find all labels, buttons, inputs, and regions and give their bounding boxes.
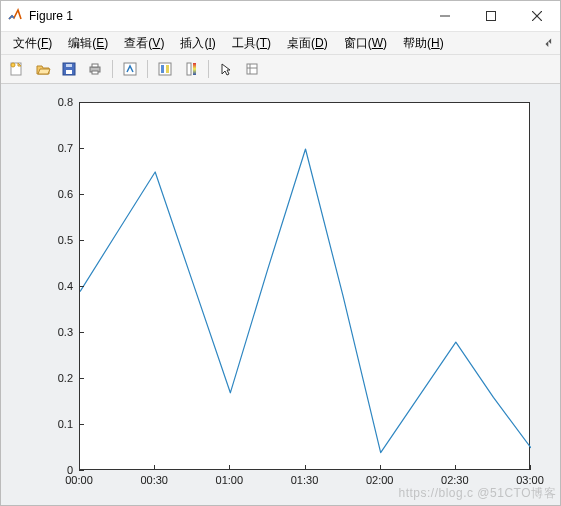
figure-window: Figure 1 文件(F)编辑(E)查看(V)插入(I)工具(T)桌面(D)窗…: [0, 0, 561, 506]
x-tick-label: 01:30: [291, 474, 319, 486]
close-button[interactable]: [514, 1, 560, 31]
menu-bar: 文件(F)编辑(E)查看(V)插入(I)工具(T)桌面(D)窗口(W)帮助(H): [1, 32, 560, 55]
menu-w[interactable]: 窗口(W): [336, 33, 395, 54]
y-tick: [79, 194, 84, 195]
toolbar-separator: [147, 60, 148, 78]
y-tick: [79, 240, 84, 241]
y-tick-label: 0.1: [43, 418, 73, 430]
x-tick: [79, 465, 80, 470]
link-icon[interactable]: [118, 57, 142, 81]
watermark-text: https://blog.c @51CTO博客: [398, 485, 556, 502]
menu-v[interactable]: 查看(V): [116, 33, 172, 54]
y-tick-label: 0.4: [43, 280, 73, 292]
svg-rect-15: [166, 65, 169, 73]
x-tick: [305, 465, 306, 470]
print-icon[interactable]: [83, 57, 107, 81]
svg-rect-14: [161, 65, 164, 73]
x-tick: [530, 465, 531, 470]
menu-h[interactable]: 帮助(H): [395, 33, 452, 54]
x-tick-label: 00:00: [65, 474, 93, 486]
y-tick-label: 0.2: [43, 372, 73, 384]
svg-rect-7: [66, 70, 72, 74]
matlab-icon: [7, 8, 23, 24]
menu-f[interactable]: 文件(F): [5, 33, 60, 54]
maximize-button[interactable]: [468, 1, 514, 31]
y-tick: [79, 102, 84, 103]
menubar-overflow-icon[interactable]: [544, 36, 554, 50]
y-tick: [79, 378, 84, 379]
y-tick: [79, 470, 84, 471]
data-cursor-icon[interactable]: [153, 57, 177, 81]
data-line: [80, 149, 531, 453]
y-tick: [79, 332, 84, 333]
plot-line-layer: [80, 103, 531, 471]
x-tick: [380, 465, 381, 470]
title-bar: Figure 1: [1, 1, 560, 32]
y-tick-label: 0.3: [43, 326, 73, 338]
y-tick: [79, 424, 84, 425]
y-tick: [79, 148, 84, 149]
pointer-icon[interactable]: [214, 57, 238, 81]
y-tick: [79, 286, 84, 287]
x-tick: [229, 465, 230, 470]
x-tick-label: 00:30: [140, 474, 168, 486]
window-title: Figure 1: [29, 9, 422, 23]
toolbar: [1, 55, 560, 84]
svg-rect-10: [92, 64, 98, 67]
toolbar-separator: [208, 60, 209, 78]
x-tick: [154, 465, 155, 470]
x-tick: [455, 465, 456, 470]
colorbar-icon[interactable]: [179, 57, 203, 81]
insert-icon[interactable]: [240, 57, 264, 81]
menu-t[interactable]: 工具(T): [224, 33, 279, 54]
svg-rect-16: [187, 63, 191, 75]
x-tick-label: 01:00: [216, 474, 244, 486]
y-tick-label: 0.6: [43, 188, 73, 200]
svg-rect-18: [247, 64, 257, 74]
x-tick-label: 02:30: [441, 474, 469, 486]
menu-e[interactable]: 编辑(E): [60, 33, 116, 54]
menu-i[interactable]: 插入(I): [172, 33, 223, 54]
svg-rect-8: [66, 64, 72, 67]
open-icon[interactable]: [31, 57, 55, 81]
minimize-button[interactable]: [422, 1, 468, 31]
svg-rect-11: [92, 71, 98, 74]
x-tick-label: 03:00: [516, 474, 544, 486]
svg-rect-1: [487, 12, 496, 21]
svg-point-5: [11, 63, 15, 67]
menu-d[interactable]: 桌面(D): [279, 33, 336, 54]
axes[interactable]: [79, 102, 530, 470]
y-tick-label: 0.7: [43, 142, 73, 154]
svg-rect-13: [159, 63, 171, 75]
new-figure-icon[interactable]: [5, 57, 29, 81]
x-tick-label: 02:00: [366, 474, 394, 486]
save-icon[interactable]: [57, 57, 81, 81]
toolbar-separator: [112, 60, 113, 78]
figure-canvas[interactable]: https://blog.c @51CTO博客 00.10.20.30.40.5…: [1, 84, 560, 505]
svg-rect-17: [193, 63, 196, 75]
y-tick-label: 0.5: [43, 234, 73, 246]
y-tick-label: 0.8: [43, 96, 73, 108]
